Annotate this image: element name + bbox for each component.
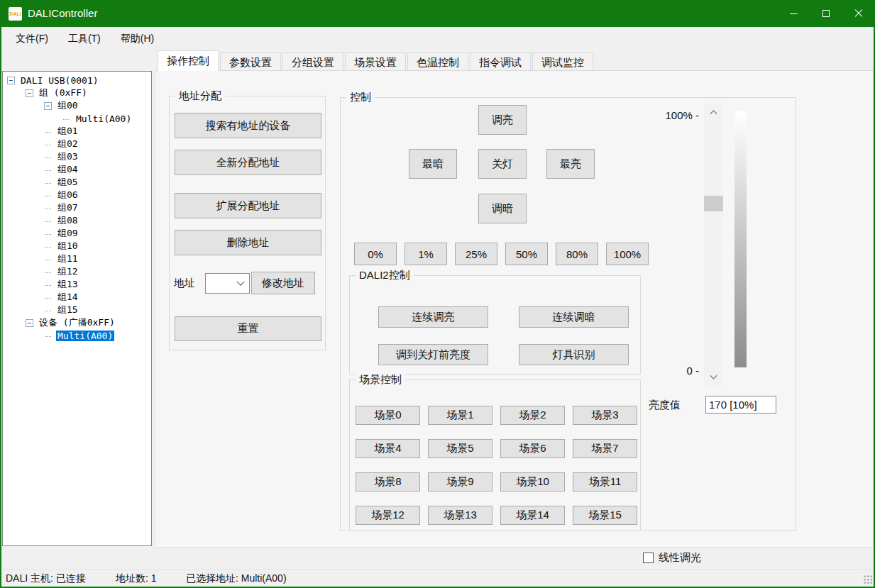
tree-expander-minus-icon[interactable] [44, 255, 52, 263]
address-combobox-input[interactable] [206, 278, 238, 289]
close-button[interactable] [842, 0, 875, 27]
light-off-button[interactable]: 关灯 [478, 149, 527, 179]
tree-item[interactable]: 组 (0xFF) [3, 87, 151, 99]
menu-item[interactable]: 文件(F) [6, 27, 58, 50]
tree-item[interactable]: 组15 [3, 304, 151, 316]
scene-button[interactable]: 场景6 [500, 439, 565, 458]
modify-address-button[interactable]: 修改地址 [251, 272, 315, 294]
dali2-action-button[interactable]: 调到关灯前亮度 [378, 344, 488, 365]
scrollbar-thumb[interactable] [704, 196, 723, 211]
tree-expander-minus-icon[interactable] [44, 306, 52, 314]
tree-expander-minus-icon[interactable] [44, 243, 52, 250]
scene-button[interactable]: 场景11 [573, 472, 637, 492]
scene-button[interactable]: 场景2 [500, 406, 565, 425]
tab[interactable]: 色温控制 [407, 52, 468, 71]
tab[interactable]: 参数设置 [220, 52, 281, 71]
menu-item[interactable]: 帮助(H) [111, 27, 164, 50]
minimize-button[interactable] [777, 0, 810, 27]
resize-grip-icon[interactable] [864, 575, 873, 584]
address-action-button[interactable]: 删除地址 [175, 230, 321, 255]
tree-expander-minus-icon[interactable] [44, 140, 52, 148]
address-action-button[interactable]: 扩展分配地址 [175, 193, 321, 218]
scene-button[interactable]: 场景4 [356, 439, 420, 458]
tree-item[interactable]: 组07 [3, 201, 151, 214]
tree-item[interactable]: 组09 [3, 227, 151, 240]
dimmest-button[interactable]: 最暗 [409, 149, 457, 179]
tree-item[interactable]: 组00 [3, 99, 151, 112]
address-action-button[interactable]: 全新分配地址 [175, 150, 321, 175]
tree-item[interactable]: 组02 [3, 138, 151, 150]
tree-expander-minus-icon[interactable] [44, 102, 52, 110]
tree-expander-minus-icon[interactable] [26, 89, 33, 97]
tree-expander-minus-icon[interactable] [44, 217, 52, 225]
address-combobox[interactable] [205, 273, 250, 294]
tree-expander-minus-icon[interactable] [44, 204, 52, 212]
scene-button[interactable]: 场景15 [573, 506, 637, 525]
tree-expander-minus-icon[interactable] [44, 230, 52, 238]
tree-expander-minus-icon[interactable] [44, 281, 52, 289]
percent-button[interactable]: 1% [405, 243, 447, 265]
dali2-action-button[interactable]: 连续调亮 [378, 306, 488, 328]
tree-expander-minus-icon[interactable] [44, 166, 52, 174]
tree-item[interactable]: 组03 [3, 150, 151, 163]
tree-expander-minus-icon[interactable] [7, 77, 15, 84]
scene-button[interactable]: 场景12 [356, 506, 420, 525]
percent-button[interactable]: 50% [505, 243, 548, 265]
tree-expander-minus-icon[interactable] [44, 294, 52, 301]
scrollbar-down-button[interactable] [704, 370, 723, 385]
tree-item[interactable]: Multi(A00) [3, 329, 151, 342]
tab[interactable]: 分组设置 [282, 52, 343, 71]
scene-button[interactable]: 场景0 [356, 406, 420, 425]
dim-button[interactable]: 调暗 [478, 194, 527, 223]
dali2-action-button[interactable]: 灯具识别 [519, 344, 629, 365]
tree-expander-minus-icon[interactable] [44, 192, 52, 199]
percent-button[interactable]: 100% [606, 243, 649, 265]
scene-button[interactable]: 场景9 [428, 472, 492, 492]
percent-button[interactable]: 25% [455, 243, 497, 265]
tab[interactable]: 操作控制 [158, 50, 219, 71]
scene-button[interactable]: 场景14 [500, 506, 565, 525]
tree-item[interactable]: DALI USB(0001) [3, 74, 151, 87]
tree-item[interactable]: 设备 (广播0xFF) [3, 316, 151, 329]
tree-expander-minus-icon[interactable] [44, 268, 52, 276]
brightest-button[interactable]: 最亮 [546, 149, 595, 179]
brighten-button[interactable]: 调亮 [478, 105, 527, 135]
tree-item[interactable]: 组06 [3, 189, 151, 201]
tree-item[interactable]: 组01 [3, 125, 151, 138]
address-action-button[interactable]: 搜索有地址的设备 [175, 113, 321, 138]
tree-item[interactable]: Multi(A00) [3, 112, 151, 125]
tab[interactable]: 指令调试 [470, 52, 531, 71]
tree-item[interactable]: 组10 [3, 240, 151, 253]
percent-button[interactable]: 0% [354, 243, 397, 265]
tree-item[interactable]: 组14 [3, 291, 151, 304]
scene-button[interactable]: 场景3 [573, 406, 637, 425]
tree-item[interactable]: 组05 [3, 176, 151, 189]
tree-expander-minus-icon[interactable] [44, 128, 52, 135]
tree-item[interactable]: 组08 [3, 214, 151, 227]
brightness-value-field[interactable] [705, 396, 776, 414]
percent-button[interactable]: 80% [556, 243, 598, 265]
brightness-value-input[interactable] [706, 396, 776, 413]
scene-button[interactable]: 场景7 [573, 439, 637, 458]
reset-button[interactable]: 重置 [175, 316, 321, 341]
brightness-scrollbar[interactable] [704, 104, 723, 385]
tree-expander-minus-icon[interactable] [44, 179, 52, 187]
scene-button[interactable]: 场景1 [428, 406, 492, 425]
tab[interactable]: 调试监控 [532, 52, 593, 71]
scene-button[interactable]: 场景8 [356, 472, 420, 492]
scene-button[interactable]: 场景10 [500, 472, 565, 492]
tree-expander-minus-icon[interactable] [62, 115, 70, 123]
maximize-button[interactable] [810, 0, 842, 27]
menu-item[interactable]: 工具(T) [58, 27, 111, 50]
tree-item[interactable]: 组11 [3, 253, 151, 265]
scrollbar-up-button[interactable] [704, 104, 723, 119]
tab[interactable]: 场景设置 [345, 52, 406, 71]
tree-expander-minus-icon[interactable] [26, 319, 33, 327]
tree-item[interactable]: 组13 [3, 278, 151, 291]
tree-item[interactable]: 组04 [3, 163, 151, 176]
scene-button[interactable]: 场景13 [428, 506, 492, 525]
tree-expander-minus-icon[interactable] [44, 153, 52, 161]
linear-dimming-checkbox[interactable] [643, 553, 654, 563]
tree-item[interactable]: 组12 [3, 265, 151, 278]
tree-expander-minus-icon[interactable] [44, 332, 52, 340]
